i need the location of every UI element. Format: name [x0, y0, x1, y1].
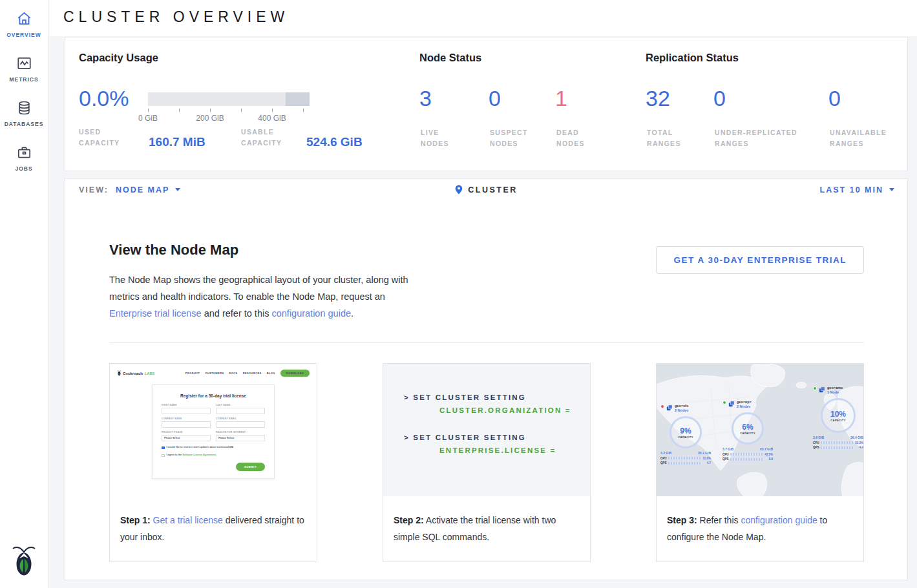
- cockroachdb-logo: [12, 544, 36, 580]
- cpu-label: CPU: [722, 453, 729, 456]
- locality-node-count: 2 Nodes: [675, 408, 688, 413]
- view-selector-dropdown[interactable]: NODE MAP: [116, 185, 180, 194]
- under-replicated-ranges-value: 0: [713, 85, 726, 111]
- node-map-description: The Node Map shows the geographical layo…: [109, 271, 410, 322]
- mini-trial-form: Register for a 30-day trial license FIRS…: [152, 384, 275, 479]
- configuration-guide-link[interactable]: configuration guide: [271, 308, 351, 319]
- nodes-stack-icon: [819, 386, 825, 393]
- step1-card: Cockroach LABS PRODUCT CUSTOMERS DOCS RE…: [109, 363, 317, 562]
- setup-steps: Cockroach LABS PRODUCT CUSTOMERS DOCS RE…: [109, 363, 864, 562]
- tick-label: 400 GiB: [258, 114, 286, 123]
- enterprise-trial-button[interactable]: GET A 30-DAY ENTERPRISE TRIAL: [656, 246, 864, 274]
- suspect-nodes-value: 0: [489, 85, 501, 111]
- under-replicated-ranges-label: UNDER-REPLICATED RANGES: [715, 127, 825, 149]
- cpu-bar: [668, 457, 701, 459]
- sidebar-item-databases[interactable]: DATABASES: [0, 90, 48, 135]
- total-ranges-label: TOTAL RANGES: [647, 127, 699, 149]
- mini-checkbox-label: I would like to receive email updates ab…: [167, 446, 234, 448]
- usable-capacity-value: 524.6 GiB: [306, 135, 363, 149]
- nodes-stack-icon: [666, 404, 673, 411]
- qps-value: 4.4: [856, 446, 863, 449]
- cpu-value: 11.0%: [702, 457, 711, 460]
- step1-caption: Step 1: Get a trial license delivered st…: [110, 496, 317, 545]
- enterprise-trial-license-link[interactable]: Enterprise trial license: [109, 308, 202, 319]
- mini-nav-item: BLOG: [267, 372, 275, 375]
- nodes-stack-icon: [728, 401, 735, 407]
- sidebar-item-jobs[interactable]: JOBS: [0, 135, 48, 180]
- tick-label: 0 GiB: [138, 114, 158, 123]
- view-bar: VIEW: NODE MAP CLUSTER LAST 10 MIN: [65, 178, 908, 201]
- capacity-usage-title: Capacity Usage: [79, 52, 158, 64]
- mini-logo-suffix: LABS: [145, 372, 154, 375]
- mini-field-label: PROJECT PHASE: [162, 431, 211, 434]
- mini-logo-text: Cockroach: [123, 372, 143, 375]
- used-capacity-label: USED CAPACITY: [79, 127, 131, 149]
- locality-name: geo=nyc: [737, 400, 751, 404]
- dead-nodes-value: 1: [555, 85, 567, 111]
- locality-node-count: 1 Node: [827, 390, 843, 395]
- mini-field-label: FIRST NAME: [162, 404, 211, 406]
- description-text: The Node Map shows the geographical layo…: [109, 275, 408, 302]
- mini-select: Please Select: [162, 435, 211, 441]
- node-map-panel: View the Node Map GET A 30-DAY ENTERPRIS…: [65, 200, 908, 580]
- mini-field-label: REASON FOR INTEREST: [216, 431, 265, 434]
- locality-capacity-pct: 6%: [742, 423, 753, 432]
- sql-setting-line: CLUSTER.ORGANIZATION =: [439, 406, 590, 414]
- locality-badge-nyc: geo=nyc 2 Nodes 6% CAPACITY 3.7 GiB 63.7…: [722, 400, 773, 461]
- mini-cockroachlabs-logo: Cockroach LABS: [117, 370, 154, 376]
- mini-nav-item: RESOURCES: [243, 372, 262, 375]
- sidebar-item-metrics[interactable]: METRICS: [0, 46, 48, 90]
- get-trial-license-link[interactable]: Get a trial license: [153, 515, 223, 525]
- mini-roach-icon: [117, 370, 121, 376]
- mini-nav-item: DOCS: [229, 372, 238, 375]
- step3-caption: Step 3: Refer this configuration guide t…: [657, 496, 863, 545]
- sidebar-item-label: DATABASES: [5, 121, 44, 127]
- cpu-bar: [821, 441, 854, 444]
- qps-label: QPS: [722, 457, 729, 461]
- time-range-dropdown[interactable]: LAST 10 MIN: [820, 185, 894, 194]
- live-status-dot: [722, 401, 726, 404]
- top-header: CLUSTER OVERVIEW: [48, 0, 917, 36]
- sidebar-item-overview[interactable]: OVERVIEW: [0, 0, 48, 46]
- locality-capacity-label: CAPACITY: [678, 436, 693, 439]
- chevron-down-icon: [889, 188, 894, 191]
- location-pin-icon: [455, 185, 463, 194]
- qps-value: 4.7: [703, 461, 711, 465]
- usable-capacity-label: USABLE CAPACITY: [241, 127, 299, 149]
- qps-value: 8.8: [765, 457, 773, 461]
- page-title: CLUSTER OVERVIEW: [63, 8, 289, 26]
- view-label: VIEW:: [79, 185, 109, 194]
- mini-input: [216, 408, 265, 414]
- metrics-icon: [16, 55, 33, 72]
- step2-caption: Step 2: Activate the trial license with …: [383, 496, 590, 545]
- mini-download-button: DOWNLOAD: [280, 370, 310, 377]
- mini-nav-item: CUSTOMERS: [205, 372, 224, 375]
- qps-bar: [668, 462, 702, 465]
- mini-field-label: COMPANY NAME: [162, 417, 211, 420]
- locality-capacity-pct: 9%: [680, 426, 691, 436]
- configuration-guide-link[interactable]: configuration guide: [741, 515, 817, 525]
- home-icon: [16, 10, 33, 27]
- dead-status-dot: [660, 404, 664, 408]
- step2-code-preview: > SET CLUSTER SETTING CLUSTER.ORGANIZATI…: [383, 364, 590, 496]
- locality-node-count: 2 Nodes: [737, 404, 751, 409]
- sidebar: OVERVIEW METRICS DATABASES JOBS: [0, 0, 48, 588]
- mini-select: Please Select: [216, 435, 265, 441]
- unavailable-ranges-label: UNAVAILABLE RANGES: [830, 127, 901, 149]
- view-selector-value: NODE MAP: [116, 185, 169, 194]
- caption-text: Refer this: [697, 515, 741, 525]
- description-text: and refer to this: [202, 308, 272, 319]
- capacity-details: USED CAPACITY 160.7 MiB USABLE CAPACITY …: [79, 127, 383, 156]
- locality-badge-ams: geo=ams 1 Node 10% CAPACITY 3.6 GiB 36.4…: [813, 386, 863, 449]
- step1-label: Step 1:: [120, 515, 151, 525]
- locality-badge-sfo: geo=sfo 2 Nodes 9% CAPACITY 3.2 GiB 35.1…: [660, 404, 711, 465]
- mini-checkbox-checked: [162, 446, 165, 450]
- cpu-label: CPU: [660, 457, 667, 460]
- mini-input: [216, 421, 265, 428]
- capacity-gauge-reserved-segment: [286, 92, 310, 106]
- locality-capacity-pct: 10%: [830, 410, 846, 419]
- qps-bar: [821, 446, 854, 449]
- qps-bar: [730, 458, 764, 461]
- mini-field-label: LAST NAME: [216, 404, 265, 406]
- locality-total: 36.4 GiB: [850, 436, 863, 439]
